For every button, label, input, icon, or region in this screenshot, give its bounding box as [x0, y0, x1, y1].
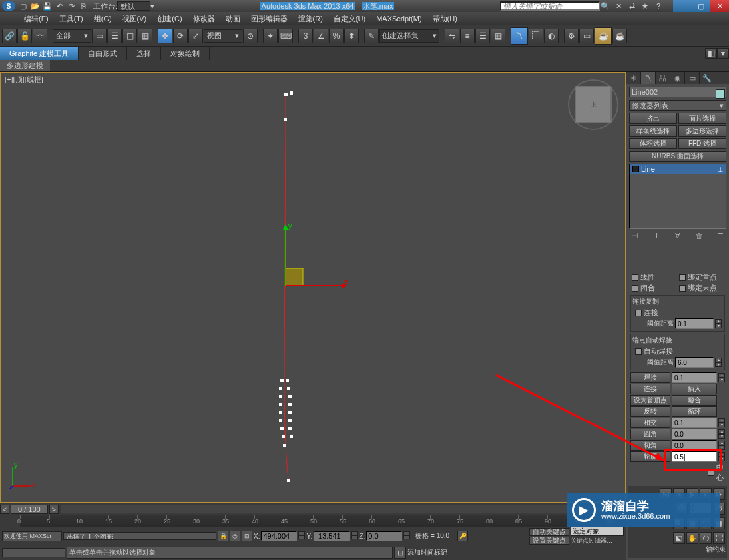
panel-tab-display-icon[interactable]: ▭ — [685, 72, 700, 84]
cb-bindlast[interactable] — [679, 285, 686, 292]
nav-zoom-extents-all-icon[interactable]: ▦ — [713, 517, 725, 529]
menu-create[interactable]: 创建(C) — [152, 13, 187, 25]
stack-remove-icon[interactable]: 🗑 — [694, 231, 704, 240]
qat-open-icon[interactable]: 📂 — [29, 1, 41, 11]
key-filters-button[interactable]: 关键点过滤器… — [571, 537, 624, 545]
object-color-swatch[interactable] — [716, 89, 725, 99]
nav-zoom-icon[interactable]: 🔍 — [673, 517, 685, 529]
track-bar[interactable]: 0510152025303540455055606570758085909510… — [0, 515, 626, 527]
timeslider-track[interactable] — [61, 505, 623, 513]
selection-filter-select[interactable]: 全部 — [53, 29, 91, 43]
stack-expand-icon[interactable] — [632, 166, 639, 172]
cb-autoweld[interactable] — [635, 348, 642, 355]
menu-tools[interactable]: 工具(T) — [54, 13, 89, 25]
menu-grapheditors[interactable]: 图形编辑器 — [246, 13, 293, 25]
stack-item-line[interactable]: Line ⟂ — [630, 164, 726, 174]
nav-prev-frame-icon[interactable]: ◂ — [673, 488, 685, 500]
ribbon-tab-objectpaint[interactable]: 对象绘制 — [161, 47, 210, 60]
ribbon-opt2-icon[interactable]: ▾ — [717, 48, 729, 59]
setkey-button[interactable]: 设置关键点 — [529, 537, 569, 545]
nav-zoom-extents-icon[interactable]: ⬚ — [700, 517, 712, 529]
lock-selection-icon[interactable]: 🔒 — [218, 531, 228, 541]
window-maximize-button[interactable]: ▢ — [692, 0, 710, 12]
btn-weld[interactable]: 焊接 — [630, 372, 670, 383]
menu-animation[interactable]: 动画 — [220, 13, 246, 25]
curve-editor-icon[interactable]: 〽 — [511, 27, 528, 45]
cross-value-input[interactable]: 0.1 — [672, 418, 717, 428]
menu-views[interactable]: 视图(V) — [117, 13, 152, 25]
chamfer-value-input[interactable]: 0.0 — [672, 440, 717, 451]
select-object-icon[interactable]: ▭ — [92, 29, 107, 43]
keyboard-shortcut-icon[interactable]: ⌨ — [278, 29, 293, 43]
cb-bindfirst[interactable] — [679, 274, 686, 281]
btn-cycle[interactable]: 循环 — [672, 406, 717, 417]
btn-makefirst[interactable]: 设为首顶点 — [630, 395, 670, 406]
refcoord-select[interactable]: 视图 — [204, 29, 242, 43]
btn-reverse[interactable]: 反转 — [630, 406, 670, 417]
time-tag-button[interactable]: 添加时间标记 — [407, 548, 447, 557]
spinner-up-icon[interactable]: ▴ — [715, 358, 722, 362]
btn-insert[interactable]: 插入 — [672, 384, 717, 394]
key-filter-select[interactable]: 选定对象 — [571, 527, 624, 536]
menu-edit[interactable]: 编辑(E) — [19, 13, 54, 25]
nav-fov-icon[interactable]: ⬕ — [673, 532, 685, 544]
nav-maximize-icon[interactable]: ⛶ — [713, 532, 725, 544]
panel-tab-modify-icon[interactable]: 〽 — [641, 72, 656, 84]
coord-z-input[interactable]: 0.0 — [366, 531, 402, 541]
stack-pin-icon[interactable]: ⟂ — [718, 165, 723, 173]
comm-center-icon[interactable]: ⊡ — [394, 547, 406, 559]
coord-x-input[interactable]: 494.004 — [261, 531, 297, 541]
named-selection-input[interactable]: 创建选择集 — [379, 29, 439, 43]
window-close-button[interactable]: ✕ — [710, 0, 729, 12]
nav-goto-start-icon[interactable]: ⏮ — [660, 488, 672, 500]
select-by-name-icon[interactable]: ☰ — [107, 29, 122, 43]
btn-chamfer[interactable]: 切角 — [630, 440, 670, 451]
cb-closed[interactable] — [632, 285, 638, 292]
select-rotate-icon[interactable]: ⟳ — [173, 29, 188, 43]
spinner-down-icon[interactable]: ▾ — [715, 362, 722, 367]
menu-group[interactable]: 组(G) — [89, 13, 117, 25]
timeslider-next-icon[interactable]: > — [49, 505, 59, 514]
qat-new-icon[interactable]: ▢ — [17, 1, 29, 11]
material-editor-icon[interactable]: ◐ — [544, 29, 559, 43]
btn-connect2[interactable]: 连接 — [630, 384, 670, 394]
modifier-stack[interactable]: Line ⟂ — [629, 164, 726, 229]
ribbon-tab-freeform[interactable]: 自由形式 — [79, 47, 127, 60]
infocenter-exchange-icon[interactable]: ⇄ — [626, 1, 637, 11]
selection-lock-icon[interactable]: ⊡ — [242, 531, 252, 541]
rp-btn-ffdsel[interactable]: FFD 选择 — [678, 138, 726, 149]
layers-icon[interactable]: ☰ — [475, 29, 490, 43]
window-minimize-button[interactable]: — — [673, 0, 692, 12]
window-crossing-icon[interactable]: ▦ — [138, 29, 152, 43]
autokey-button[interactable]: 自动关键点 — [529, 528, 569, 536]
render-icon[interactable]: ☕ — [595, 27, 612, 45]
stack-pin-icon[interactable]: ⊣ — [630, 231, 640, 240]
nav-pan-icon[interactable]: ✋ — [686, 532, 698, 544]
infocenter-signin-icon[interactable]: ✕ — [613, 1, 624, 11]
nav-zoom-all-icon[interactable]: ⊞ — [686, 517, 698, 529]
nav-orbit-icon[interactable]: ⭮ — [700, 532, 712, 544]
render-iterative-icon[interactable]: ☕ — [612, 29, 627, 43]
schematic-view-icon[interactable]: ⿳ — [529, 29, 543, 43]
cb-linear[interactable] — [632, 274, 638, 281]
rendered-frame-icon[interactable]: ▭ — [579, 29, 594, 43]
rp-btn-polysel[interactable]: 多边形选择 — [678, 125, 726, 137]
cb-connect[interactable] — [635, 310, 642, 316]
panel-tab-create-icon[interactable]: ✳ — [626, 72, 641, 84]
nav-goto-end-icon[interactable]: ⏭ — [713, 488, 725, 500]
rp-btn-extrude[interactable]: 挤出 — [629, 113, 677, 124]
ribbon-sub-polymodel[interactable]: 多边形建模 — [0, 60, 50, 71]
spinner-up-icon[interactable]: ▴ — [715, 319, 722, 324]
app-menu-icon[interactable]: S — [2, 1, 15, 11]
infocenter-favorite-icon[interactable]: ★ — [640, 1, 650, 11]
viewport[interactable]: [+][顶][线框] 上 x y x y — [0, 72, 626, 503]
ribbon-tab-graphite[interactable]: Graphite 建模工具 — [0, 47, 79, 60]
key-mode-icon[interactable]: 🔑 — [457, 531, 468, 541]
percent-snap-icon[interactable]: % — [329, 29, 344, 43]
timeslider-prev-icon[interactable]: < — [0, 505, 9, 514]
timeslider-label[interactable]: 0 / 100 — [11, 505, 48, 514]
threshold-input[interactable]: 0.1 — [675, 318, 714, 329]
select-move-icon[interactable]: ✥ — [158, 29, 172, 43]
spinner-snap-icon[interactable]: ⬍ — [344, 29, 359, 43]
stack-unique-icon[interactable]: ∀ — [673, 231, 682, 240]
